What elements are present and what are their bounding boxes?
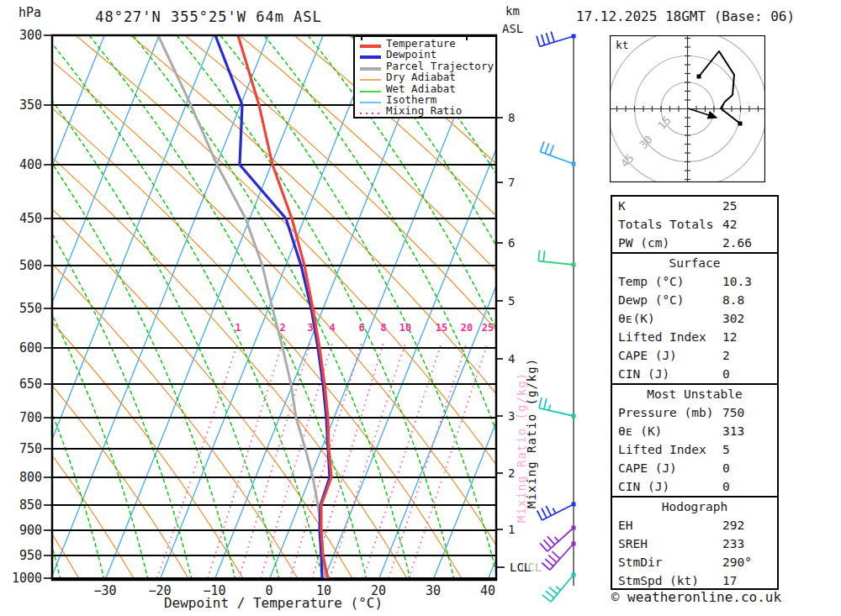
- mixing-ratio-line: [330, 343, 405, 578]
- pressure-tick-label: 600: [3, 340, 42, 355]
- temp-tick-label: 20: [353, 583, 404, 598]
- wind-barb: [538, 250, 575, 267]
- mixing-ratio-value-label: 8: [373, 322, 394, 334]
- mixing-ratio-line: [389, 343, 467, 578]
- mixing-ratio-value-label: 3: [299, 322, 321, 334]
- wind-barb-dot: [572, 34, 576, 39]
- pressure-tick-label: 950: [3, 548, 42, 563]
- wind-barb-dot: [572, 526, 576, 530]
- km-tick-label: 7: [508, 176, 515, 189]
- mixing-ratio-line: [208, 343, 283, 578]
- stats-key: Dewp (°C): [618, 293, 685, 307]
- stats-row: CAPE (J)0: [612, 459, 777, 477]
- pressure-tick-label: 300: [3, 28, 42, 43]
- stats-value: 0: [722, 477, 730, 496]
- wet-adiabat-line: [789, 35, 841, 580]
- wind-barb: [541, 141, 576, 166]
- temp-tick-label: −30: [80, 583, 130, 598]
- legend-label: Wet Adiabat: [386, 83, 456, 94]
- stats-value: 12: [722, 328, 737, 346]
- mixing-ratio-line: [239, 343, 310, 578]
- legend-item: Isotherm: [355, 94, 495, 105]
- wind-barb: [542, 573, 575, 603]
- hodograph-unit-label: kt: [616, 39, 629, 51]
- stats-key: StmSpd (kt): [618, 574, 699, 587]
- stats-row: PW (cm)2.66: [612, 234, 777, 252]
- skewt-sounding-page: { "header": { "pressure_unit": "hPa", "s…: [0, 0, 841, 616]
- top-edge-tick: [466, 35, 468, 40]
- altitude-unit2-label: ASL: [502, 22, 523, 35]
- mixing-ratio-value-label: 10: [394, 322, 416, 334]
- km-tick-label: 3: [508, 409, 515, 423]
- stats-row: Lifted Index5: [612, 440, 777, 459]
- stats-value: 233: [722, 534, 744, 553]
- legend-swatch-parcel-trajectory: [359, 66, 382, 72]
- hodograph-trace-dot: [697, 75, 701, 79]
- copyright-text: © weatheronline.co.uk: [580, 589, 812, 605]
- stats-value: 290°: [722, 553, 752, 571]
- stats-row: θᴇ(K)302: [612, 309, 777, 328]
- pressure-unit-label: hPa: [19, 5, 41, 20]
- temp-tick-label: 30: [408, 583, 458, 598]
- km-tick-label: 5: [508, 294, 515, 308]
- stats-row: StmSpd (kt)17: [612, 571, 777, 590]
- wind-barb: [539, 398, 575, 419]
- stats-row: Totals Totals42: [612, 215, 777, 234]
- pressure-tick-label: 450: [3, 211, 42, 226]
- mixing-ratio-axis-label: Mixing Ratio (g/kg): [525, 256, 538, 508]
- stats-row: Dewp (°C)8.8: [612, 291, 777, 309]
- km-tick-label: 4: [508, 352, 515, 366]
- stats-section: HodographEH292SREH233StmDir290°StmSpd (k…: [611, 496, 779, 590]
- legend-box: TemperatureDewpointParcel TrajectoryDry …: [353, 35, 497, 118]
- altitude-unit-label: km: [505, 4, 520, 18]
- stats-value: 302: [722, 309, 744, 328]
- legend-label: Mixing Ratio: [386, 105, 462, 116]
- mixing-ratio-value-label: 6: [351, 322, 373, 334]
- legend-item: Temperature: [355, 38, 495, 49]
- temp-tick-label: −10: [189, 583, 240, 598]
- legend-item: Parcel Trajectory: [355, 61, 495, 71]
- stats-row: CAPE (J)2: [612, 346, 777, 365]
- pressure-tick-label: 350: [3, 97, 42, 113]
- temp-tick-label: −20: [135, 583, 185, 598]
- pressure-tick-label: 850: [3, 498, 42, 513]
- wind-barb-dot: [572, 414, 576, 419]
- wind-barb-dot: [572, 162, 576, 166]
- legend-swatch-temperature: [359, 43, 382, 50]
- stats-section-title: Surface: [612, 254, 777, 272]
- stats-key: CAPE (J): [618, 461, 677, 475]
- legend-item: Wet Adiabat: [355, 83, 495, 94]
- stats-key: EH: [618, 519, 632, 532]
- stats-section-title: Hodograph: [612, 498, 777, 516]
- stats-value: 0: [722, 365, 730, 383]
- stats-row: K25: [612, 197, 777, 215]
- km-tick-label: 2: [508, 466, 515, 480]
- wind-barb-dot: [572, 573, 576, 577]
- stats-value: 2: [722, 346, 730, 365]
- wind-barb: [542, 542, 575, 571]
- pressure-tick-label: 900: [3, 523, 42, 538]
- legend-label: Dry Adiabat: [386, 71, 456, 82]
- stats-section-title: Most Unstable: [612, 385, 777, 403]
- legend-swatch-dewpoint: [359, 54, 382, 61]
- km-tick-label: 6: [508, 236, 515, 250]
- stats-key: Lifted Index: [618, 330, 706, 344]
- legend-label: Isotherm: [386, 94, 436, 105]
- wind-barb: [537, 32, 575, 47]
- legend-swatch-mixing-ratio: [359, 110, 382, 117]
- stats-key: CIN (J): [618, 367, 669, 381]
- stats-row: Pressure (mb)750: [612, 403, 777, 422]
- stats-key: θᴇ (K): [618, 424, 662, 438]
- legend-swatch-dry-adiabat: [359, 76, 382, 83]
- stats-value: 10.3: [722, 272, 752, 291]
- mixing-ratio-value-label: 4: [321, 322, 343, 334]
- stats-key: PW (cm): [618, 236, 669, 250]
- pressure-tick-label: 550: [3, 301, 42, 316]
- stats-value: 313: [722, 422, 744, 440]
- stats-section: K25Totals Totals42PW (cm)2.66: [611, 195, 779, 254]
- stats-section: SurfaceTemp (°C)10.3Dewp (°C)8.8θᴇ(K)302…: [611, 252, 779, 385]
- stats-key: K: [618, 199, 626, 213]
- mixing-ratio-value-label: 1: [227, 322, 249, 334]
- stats-key: Temp (°C): [618, 275, 685, 288]
- legend-label: Temperature: [386, 38, 456, 49]
